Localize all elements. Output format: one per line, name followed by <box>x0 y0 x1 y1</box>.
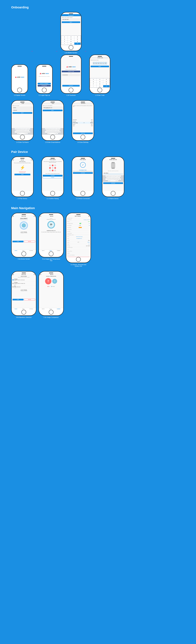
my-wave-input[interactable]: My Wave <box>103 172 123 174</box>
pair-btn[interactable]: PAIR <box>15 174 30 175</box>
code-key-7[interactable]: 7 <box>90 83 96 85</box>
key-123[interactable]: 123 <box>17 133 19 134</box>
code-key-9[interactable]: 9 <box>103 83 110 85</box>
code-digit-1[interactable]: 5 <box>93 62 95 64</box>
usage-tab-device[interactable]: DEVICE <box>42 250 45 251</box>
firmware-row[interactable]: Firmware › <box>66 230 90 232</box>
waveform-item-1[interactable]: Cold Beat Cools then warms in a short cy… <box>12 278 36 282</box>
key-f[interactable]: F <box>20 130 22 131</box>
key-i[interactable]: I <box>26 128 27 130</box>
key-shift[interactable]: ↑ <box>15 131 17 133</box>
nkey-r[interactable]: R <box>110 176 112 177</box>
key-r[interactable]: R <box>20 128 21 130</box>
nkey-j[interactable]: J <box>116 177 117 178</box>
nkey-f[interactable]: F <box>111 177 112 178</box>
code-key-8[interactable]: 8 <box>96 83 103 85</box>
ekey-u[interactable]: U <box>54 128 56 130</box>
nkey-w[interactable]: W <box>107 176 109 177</box>
ekey-z[interactable]: Z <box>47 131 49 133</box>
nkey-u[interactable]: U <box>115 176 116 177</box>
key-0[interactable]: 0 <box>68 42 74 45</box>
key-c[interactable]: C <box>20 131 22 133</box>
key-hash[interactable]: # <box>74 42 81 45</box>
key-k[interactable]: K <box>26 130 28 131</box>
code-key-0[interactable]: 0 <box>96 85 103 87</box>
key-w[interactable]: W <box>16 128 18 130</box>
ekey-g[interactable]: G <box>52 130 53 131</box>
ekey-k[interactable]: K <box>57 130 58 131</box>
tab-device[interactable]: DEVICE <box>15 250 17 251</box>
name-device-continue-btn[interactable]: CONTINUE <box>103 182 123 184</box>
terms-row[interactable]: Terms and Conditions › <box>66 254 90 256</box>
logout-btn[interactable]: LOG OUT <box>67 257 90 257</box>
ekey-c[interactable]: C <box>50 131 52 133</box>
key-p[interactable]: P <box>29 128 30 130</box>
name-back-icon[interactable]: ‹ <box>13 103 13 104</box>
sign-up-btn[interactable]: SIGN UP <box>73 132 93 134</box>
key-l[interactable]: L <box>28 130 29 131</box>
cancel-btn[interactable]: CANCEL <box>43 176 63 178</box>
tutorial-row[interactable]: Tutorial Mode › <box>66 232 90 234</box>
ekey-p[interactable]: P <box>59 128 60 130</box>
ekey-r[interactable]: R <box>50 128 51 130</box>
key-8[interactable]: 8 <box>68 40 74 42</box>
key-9[interactable]: 9 <box>74 40 81 42</box>
email-back-icon[interactable]: ‹ <box>43 103 43 104</box>
scene-toggle[interactable] <box>79 225 81 226</box>
nkey-123[interactable]: 123 <box>108 180 110 182</box>
code-key-3[interactable]: 3 <box>103 78 110 80</box>
nkey-space[interactable] <box>110 180 116 182</box>
ekey-m[interactable]: M <box>57 131 58 133</box>
email-next-btn[interactable]: NEXT <box>43 110 63 111</box>
tab-settings[interactable]: SETTINGS <box>30 250 33 251</box>
key-v[interactable]: V <box>22 131 23 133</box>
cmp-tab-today[interactable]: TODAY <box>49 308 52 309</box>
code-key-6[interactable]: 6 <box>103 81 110 83</box>
wf-tab-wave[interactable]: WAVE <box>22 308 24 309</box>
code-digit-6[interactable]: 5 <box>105 62 107 64</box>
waveform-sync-btn[interactable]: SYNC <box>13 299 24 300</box>
key-m[interactable]: M <box>26 131 28 133</box>
key-space[interactable] <box>19 133 25 134</box>
ekey-n[interactable]: N <box>55 131 56 133</box>
code-next-btn[interactable]: NEXT <box>90 66 109 67</box>
number-next-btn[interactable]: NEXT <box>62 21 80 23</box>
ekey-return[interactable]: return <box>55 133 58 134</box>
nkey-o[interactable]: O <box>118 176 119 177</box>
waveform-item-2[interactable]: Cold Wave Cools then warms in a longer c… <box>12 282 36 285</box>
last-name-input[interactable]: Johnson <box>13 109 32 111</box>
nkey-m[interactable]: M <box>117 178 119 180</box>
nkey-a[interactable]: A <box>106 177 108 178</box>
nkey-v[interactable]: V <box>113 178 114 180</box>
nkey-k[interactable]: K <box>117 177 119 178</box>
about-row[interactable]: About › <box>66 248 90 250</box>
ekey-o[interactable]: O <box>57 128 59 130</box>
nkey-l[interactable]: L <box>119 177 120 178</box>
code-key-star[interactable]: * <box>90 85 96 87</box>
fb-continue-btn[interactable]: Continue <box>62 85 80 86</box>
key-q[interactable]: Q <box>15 128 16 130</box>
key-7[interactable]: 7 <box>61 40 68 42</box>
waveform-unpair-btn[interactable]: UNPAIR <box>24 299 35 300</box>
code-key-1[interactable]: 1 <box>90 78 96 80</box>
ekey-shift[interactable]: ↑ <box>45 131 47 133</box>
key-t[interactable]: T <box>21 128 22 130</box>
nkey-i[interactable]: I <box>116 176 118 177</box>
nkey-p[interactable]: P <box>119 176 121 177</box>
first-name-input[interactable]: Simon <box>13 107 32 109</box>
key-j[interactable]: J <box>25 130 26 131</box>
key-3[interactable]: 3 <box>74 36 81 38</box>
pair-devices-row[interactable]: Pair Devices › <box>66 228 90 230</box>
nkey-y[interactable]: Y <box>113 176 115 177</box>
ekey-a[interactable]: A <box>46 130 47 131</box>
ekey-d[interactable]: D <box>49 130 50 131</box>
ekey-w[interactable]: W <box>47 128 48 130</box>
nkey-d[interactable]: D <box>109 177 111 178</box>
ekey-x[interactable]: X <box>49 131 50 133</box>
sync-btn[interactable]: SYNC <box>13 241 24 242</box>
ekey-e[interactable]: E <box>48 128 50 130</box>
facebook-btn[interactable]: FACEBOOK <box>38 85 51 86</box>
ekey-v[interactable]: V <box>52 131 53 133</box>
connected-continue-btn[interactable]: CONTINUE <box>73 172 93 174</box>
key-1[interactable]: 1 <box>61 36 68 38</box>
